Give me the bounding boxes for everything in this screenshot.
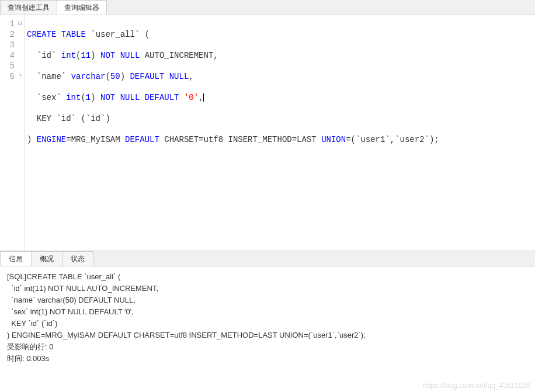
code-line: `name` varchar(50) DEFAULT NULL, xyxy=(27,71,533,82)
gutter-line: 6└ xyxy=(0,71,24,82)
output-panel: 信息 概况 状态 [SQL]CREATE TABLE `user_all` ( … xyxy=(0,251,535,369)
output-line: ) ENGINE=MRG_MyISAM DEFAULT CHARSET=utf8… xyxy=(7,329,528,341)
line-gutter: 1⊟ 2 3 4 5 6└ xyxy=(0,15,25,251)
gutter-line: 3 xyxy=(0,40,24,50)
code-content[interactable]: CREATE TABLE `user_all` ( `id` int(11) N… xyxy=(25,15,535,251)
output-line: [SQL]CREATE TABLE `user_all` ( xyxy=(7,271,528,283)
output-line: KEY `id` (`id`) xyxy=(7,318,528,329)
watermark-text: https://blog.csdn.net/qq_43511026 xyxy=(423,381,530,390)
sql-editor[interactable]: 1⊟ 2 3 4 5 6└ CREATE TABLE `user_all` ( … xyxy=(0,15,535,251)
tab-profile[interactable]: 概况 xyxy=(31,251,62,266)
gutter-line: 2 xyxy=(0,29,24,40)
output-content[interactable]: [SQL]CREATE TABLE `user_all` ( `id` int(… xyxy=(0,266,535,369)
output-line: `sex` int(1) NOT NULL DEFAULT '0', xyxy=(7,306,528,318)
code-line: `id` int(11) NOT NULL AUTO_INCREMENT, xyxy=(27,50,533,61)
gutter-line: 5 xyxy=(0,61,24,71)
tab-query-editor[interactable]: 查询编辑器 xyxy=(57,0,107,15)
fold-end-icon: └ xyxy=(16,71,22,82)
output-line: `id` int(11) NOT NULL AUTO_INCREMENT, xyxy=(7,283,528,294)
text-cursor xyxy=(203,93,204,102)
gutter-line: 4 xyxy=(0,50,24,61)
code-line: ) ENGINE=MRG_MyISAM DEFAULT CHARSET=utf8… xyxy=(27,134,533,145)
tab-status[interactable]: 状态 xyxy=(62,251,93,266)
top-tab-bar: 查询创建工具 查询编辑器 xyxy=(0,0,535,15)
gutter-line: 1⊟ xyxy=(0,19,24,29)
output-line: 时间: 0.003s xyxy=(7,353,528,365)
output-line: `name` varchar(50) DEFAULT NULL, xyxy=(7,294,528,306)
tab-info[interactable]: 信息 xyxy=(0,251,32,266)
code-line: CREATE TABLE `user_all` ( xyxy=(27,29,533,40)
tab-query-builder[interactable]: 查询创建工具 xyxy=(0,0,57,15)
code-line: `sex` int(1) NOT NULL DEFAULT '0', xyxy=(27,92,533,103)
fold-icon[interactable]: ⊟ xyxy=(16,19,22,29)
code-line: KEY `id` (`id`) xyxy=(27,113,533,124)
output-line: 受影响的行: 0 xyxy=(7,341,528,353)
bottom-tab-bar: 信息 概况 状态 xyxy=(0,251,535,266)
